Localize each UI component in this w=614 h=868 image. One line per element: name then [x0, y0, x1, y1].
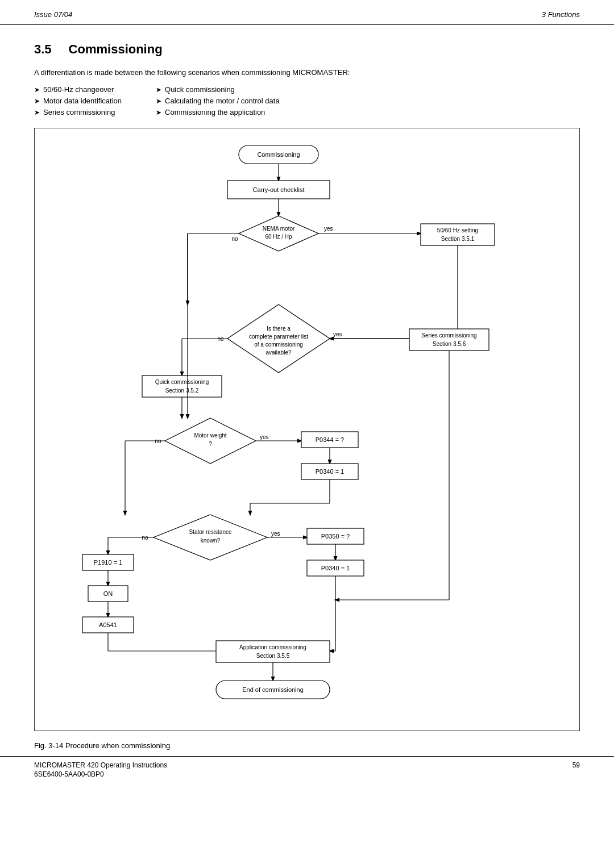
bullet-arrow: ➤: [156, 97, 161, 105]
node-motor-weight: Motor weight: [194, 432, 226, 439]
bullet-text: 50/60-Hz changeover: [43, 85, 114, 94]
fig-caption: Fig. 3-14 Procedure when commissioning: [34, 741, 580, 750]
svg-text:Section 3.5.5: Section 3.5.5: [256, 653, 290, 659]
intro-text: A differentiation is made between the fo…: [34, 67, 580, 78]
bullet-item: ➤ Motor data identification: [34, 97, 122, 105]
bullet-item: ➤ Quick commissioning: [156, 85, 280, 94]
svg-text:yes: yes: [324, 226, 333, 232]
svg-text:complete parameter list: complete parameter list: [249, 333, 308, 340]
bullet-text: Quick commissioning: [165, 85, 235, 94]
node-nema: NEMA motor: [263, 226, 295, 232]
bullet-text: Commissioning the application: [165, 108, 265, 116]
page-footer: MICROMASTER 420 Operating Instructions 6…: [0, 756, 614, 778]
node-commissioning: Commissioning: [257, 151, 300, 158]
bullet-arrow: ➤: [34, 97, 40, 105]
page: Issue 07/04 3 Functions 3.5 Commissionin…: [0, 0, 614, 790]
bullet-arrow: ➤: [34, 108, 40, 116]
page-header: Issue 07/04 3 Functions: [0, 0, 614, 25]
diagram-box: Commissioning Carry-out checklist NEMA m…: [34, 128, 580, 731]
svg-text:available?: available?: [265, 349, 291, 356]
flowchart-svg: Commissioning Carry-out checklist NEMA m…: [51, 140, 563, 719]
bullet-arrow: ➤: [156, 86, 161, 94]
bullet-columns: ➤ 50/60-Hz changeover ➤ Motor data ident…: [34, 85, 580, 116]
footer-line2: 6SE6400-5AA00-0BP0: [34, 770, 167, 778]
bullet-item: ➤ Series commissioning: [34, 108, 122, 116]
svg-text:of a commissioning: of a commissioning: [254, 341, 303, 348]
section-number: 3.5: [34, 42, 52, 57]
node-on: ON: [103, 590, 113, 597]
node-stator: Stator resistance: [189, 529, 231, 535]
bullet-text: Series commissioning: [43, 108, 115, 116]
bullet-arrow: ➤: [34, 86, 40, 94]
node-quick-comm: Quick commissioning: [155, 379, 209, 385]
svg-text:Is there a: Is there a: [267, 326, 291, 332]
node-checklist: Carry-out checklist: [252, 186, 304, 193]
node-p1910: P1910 = 1: [94, 559, 122, 566]
footer-line1: MICROMASTER 420 Operating Instructions: [34, 761, 167, 769]
bullet-text: Calculating the motor / control data: [165, 97, 280, 105]
node-5060hz: 50/60 Hz setting: [437, 227, 478, 233]
section-title: Commissioning: [69, 42, 163, 57]
svg-text:known?: known?: [201, 537, 221, 544]
page-number: 59: [572, 761, 580, 778]
svg-text:no: no: [231, 236, 238, 242]
header-right: 3 Functions: [542, 10, 580, 19]
node-end-commissioning: End of commissioning: [242, 686, 304, 693]
svg-text:yes: yes: [260, 434, 269, 440]
bullet-text: Motor data identification: [43, 97, 122, 105]
node-series-comm: Series commissioning: [421, 332, 476, 339]
bullet-item: ➤ 50/60-Hz changeover: [34, 85, 122, 94]
bullet-item: ➤ Calculating the motor / control data: [156, 97, 280, 105]
node-p0344: P0344 = ?: [316, 436, 344, 443]
bullet-col-left: ➤ 50/60-Hz changeover ➤ Motor data ident…: [34, 85, 122, 116]
node-a0541: A0541: [99, 621, 117, 628]
svg-text:60 Hz / Hp: 60 Hz / Hp: [265, 233, 292, 240]
node-app-comm: Application commissioning: [239, 644, 306, 650]
svg-text:Section 3.5.2: Section 3.5.2: [165, 387, 199, 394]
page-content: 3.5 Commissioning A differentiation is m…: [0, 25, 614, 790]
svg-text:yes: yes: [333, 331, 342, 337]
svg-text:Section 3.5.1: Section 3.5.1: [441, 236, 475, 242]
svg-text:yes: yes: [271, 531, 280, 537]
svg-text:?: ?: [209, 441, 212, 447]
node-p0350: P0350 = ?: [321, 533, 350, 540]
node-p0340-1b: P0340 = 1: [321, 565, 350, 571]
node-p0340-1: P0340 = 1: [316, 468, 344, 475]
bullet-col-right: ➤ Quick commissioning ➤ Calculating the …: [156, 85, 280, 116]
flowchart: Commissioning Carry-out checklist NEMA m…: [40, 140, 574, 719]
svg-text:Section 3.5.6: Section 3.5.6: [433, 341, 466, 347]
bullet-arrow: ➤: [156, 108, 161, 116]
footer-left: MICROMASTER 420 Operating Instructions 6…: [34, 761, 167, 778]
header-left: Issue 07/04: [34, 10, 72, 19]
bullet-item: ➤ Commissioning the application: [156, 108, 280, 116]
